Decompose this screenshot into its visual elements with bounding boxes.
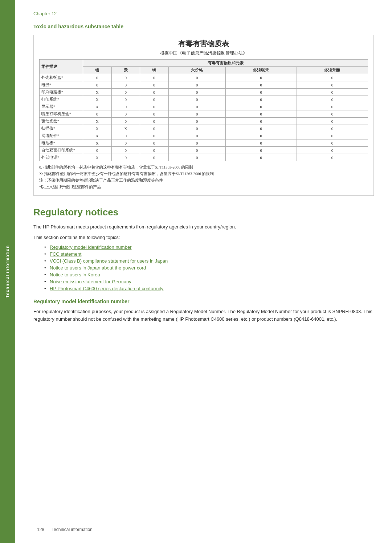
substance-value-cell: 0 — [111, 96, 140, 103]
substance-value-cell: X — [83, 132, 112, 139]
regulatory-link[interactable]: VCCI (Class B) compliance statement for … — [50, 258, 168, 264]
table-row: 网络配件*X00000 — [40, 132, 368, 139]
substance-col-header: 六价铬 — [168, 67, 225, 74]
regulatory-link[interactable]: Notice to users in Korea — [50, 272, 100, 277]
table-row: 自动双面打印系统*000000 — [40, 147, 368, 154]
substance-value-cell: 0 — [140, 139, 169, 147]
substance-value-cell: 0 — [168, 132, 225, 139]
regulatory-intro1: The HP Photosmart meets product requirem… — [33, 223, 374, 231]
table-row: 外部电源*X00000 — [40, 154, 368, 161]
substance-value-cell: 0 — [297, 118, 368, 125]
table-row: 电池板*X00000 — [40, 139, 368, 147]
chinese-table-title: 有毒有害物质表 — [39, 39, 368, 49]
substance-value-cell: 0 — [83, 147, 112, 154]
substance-value-cell: 0 — [168, 125, 225, 132]
substance-table: 零件描述 有毒有害物质和元素 铅汞镉六价铬多溴联苯多溴苯醚 外壳和托盘*0000… — [39, 59, 368, 161]
substance-value-cell: 0 — [111, 139, 140, 147]
substance-value-cell: 0 — [225, 89, 297, 96]
substance-value-cell: 0 — [225, 103, 297, 110]
substance-col-header: 镉 — [140, 67, 169, 74]
regulatory-link[interactable]: Notice to users in Japan about the power… — [50, 265, 146, 271]
page-number: 128 — [37, 527, 44, 532]
substance-value-cell: 0 — [168, 110, 225, 118]
table-notes: 0: 指此部件的所有均一材质中包含的这种有毒有害物质，含量低于SJ/T11363… — [39, 164, 368, 190]
substance-value-cell: 0 — [111, 154, 140, 161]
list-item[interactable]: Notice to users in Japan about the power… — [44, 265, 374, 271]
regulatory-notices-title: Regulatory notices — [33, 207, 374, 218]
page-footer: 128 Technical information — [37, 527, 93, 532]
substance-value-cell: 0 — [83, 110, 112, 118]
substance-value-cell: 0 — [111, 103, 140, 110]
substance-value-cell: 0 — [140, 118, 169, 125]
list-item[interactable]: VCCI (Class B) compliance statement for … — [44, 258, 374, 264]
table-note: X: 指此部件使用的均一材质中至少有一种包含的这种有毒有害物质，含量高于SJ/T… — [39, 171, 368, 177]
reg-model-title: Regulatory model identification number — [33, 299, 374, 304]
substance-value-cell: 0 — [168, 147, 225, 154]
substance-value-cell: 0 — [168, 103, 225, 110]
substance-value-cell: 0 — [83, 74, 112, 81]
sidebar-label: Technical information — [5, 245, 10, 298]
substance-value-cell: 0 — [297, 74, 368, 81]
regulatory-link[interactable]: Noise emission statement for Germany — [50, 279, 131, 284]
substance-value-cell: 0 — [297, 96, 368, 103]
table-row: 电线*000000 — [40, 81, 368, 89]
list-item[interactable]: Notice to users in Korea — [44, 272, 374, 277]
substance-header: 有毒有害物质和元素 — [83, 60, 368, 67]
substance-value-cell: 0 — [297, 81, 368, 89]
substance-col-header: 多溴联苯 — [225, 67, 297, 74]
substance-value-cell: 0 — [297, 125, 368, 132]
substance-value-cell: 0 — [225, 139, 297, 147]
substance-value-cell: 0 — [140, 154, 169, 161]
table-row: 打印系统*X00000 — [40, 96, 368, 103]
substance-col-header: 铅 — [83, 67, 112, 74]
part-name-cell: 外壳和托盘* — [40, 74, 83, 81]
substance-value-cell: 0 — [297, 147, 368, 154]
part-name-cell: 显示器* — [40, 103, 83, 110]
table-row: 喷墨打印机墨盒*000000 — [40, 110, 368, 118]
regulatory-links-list: Regulatory model identification numberFC… — [44, 244, 374, 291]
substance-value-cell: 0 — [111, 89, 140, 96]
substance-value-cell: 0 — [168, 118, 225, 125]
substance-value-cell: 0 — [83, 81, 112, 89]
substance-value-cell: 0 — [111, 74, 140, 81]
table-note: 0: 指此部件的所有均一材质中包含的这种有毒有害物质，含量低于SJ/T11363… — [39, 164, 368, 171]
table-note: 注：环保使用期限的参考标识取决于产品正常工作的温度和湿度等条件 — [39, 177, 368, 184]
table-row: 外壳和托盘*000000 — [40, 74, 368, 81]
regulatory-link[interactable]: Regulatory model identification number — [50, 244, 131, 250]
substance-value-cell: 0 — [297, 139, 368, 147]
substance-value-cell: 0 — [168, 89, 225, 96]
substance-value-cell: 0 — [140, 147, 169, 154]
substance-value-cell: 0 — [168, 74, 225, 81]
substance-value-cell: 0 — [140, 74, 169, 81]
substance-value-cell: 0 — [225, 147, 297, 154]
part-name-cell: 扫描仪* — [40, 125, 83, 132]
regulatory-link[interactable]: FCC statement — [50, 251, 81, 257]
list-item[interactable]: Noise emission statement for Germany — [44, 279, 374, 284]
part-name-cell: 电池板* — [40, 139, 83, 147]
list-item[interactable]: HP Photosmart C4600 series declaration o… — [44, 286, 374, 291]
sidebar: Technical information — [0, 0, 15, 543]
substance-value-cell: 0 — [140, 89, 169, 96]
substance-value-cell: 0 — [111, 147, 140, 154]
part-name-cell: 自动双面打印系统* — [40, 147, 83, 154]
list-item[interactable]: FCC statement — [44, 251, 374, 257]
substance-value-cell: X — [83, 118, 112, 125]
regulatory-intro2: This section contains the following topi… — [33, 234, 374, 242]
reg-model-body: For regulatory identification purposes, … — [33, 308, 374, 323]
part-name-cell: 驱动光盘* — [40, 118, 83, 125]
regulatory-link[interactable]: HP Photosmart C4600 series declaration o… — [50, 286, 163, 291]
substance-col-header: 汞 — [111, 67, 140, 74]
substance-value-cell: X — [83, 125, 112, 132]
substance-value-cell: 0 — [225, 110, 297, 118]
table-note: *以上只适用于使用这些部件的产品 — [39, 184, 368, 190]
part-name-cell: 打印系统* — [40, 96, 83, 103]
chapter-header: Chapter 12 — [33, 11, 374, 16]
part-name-cell: 喷墨打印机墨盒* — [40, 110, 83, 118]
substance-value-cell: 0 — [225, 96, 297, 103]
toxic-table-title: Toxic and hazardous substance table — [33, 24, 374, 29]
substance-col-header: 多溴苯醚 — [297, 67, 368, 74]
table-row: 驱动光盘*X00000 — [40, 118, 368, 125]
list-item[interactable]: Regulatory model identification number — [44, 244, 374, 250]
substance-value-cell: X — [83, 154, 112, 161]
substance-value-cell: X — [83, 89, 112, 96]
